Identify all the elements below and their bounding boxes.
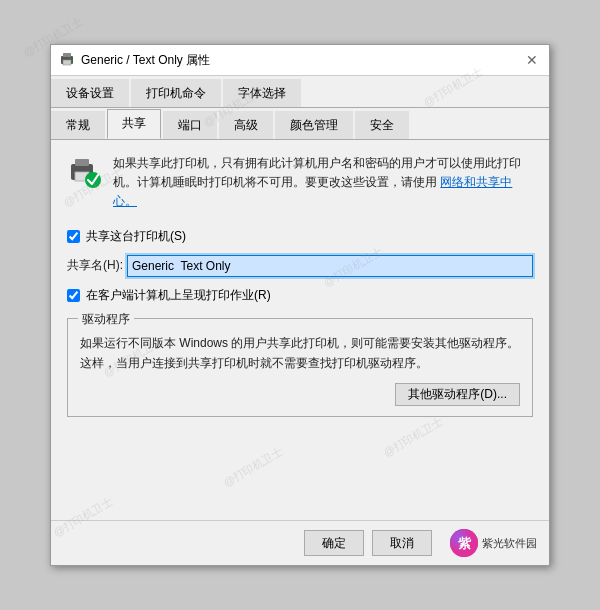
printer-share-icon: [67, 154, 103, 190]
brand-icon: 紫: [450, 529, 478, 557]
tab-print-command[interactable]: 打印机命令: [131, 79, 221, 107]
tab-advanced[interactable]: 高级: [219, 111, 273, 139]
driver-description: 如果运行不同版本 Windows 的用户共享此打印机，则可能需要安装其他驱动程序…: [80, 333, 520, 374]
driver-box-title: 驱动程序: [78, 311, 134, 328]
driver-box: 驱动程序 如果运行不同版本 Windows 的用户共享此打印机，则可能需要安装其…: [67, 318, 533, 418]
tab-row-1: 设备设置 打印机命令 字体选择: [51, 76, 549, 108]
share-printer-row: 共享这台打印机(S): [67, 228, 533, 245]
svg-rect-2: [63, 60, 71, 65]
title-bar: Generic / Text Only 属性 ✕: [51, 45, 549, 76]
svg-text:紫: 紫: [458, 536, 472, 551]
tab-row-2: 常规 共享 端口 高级 颜色管理 安全: [51, 108, 549, 140]
tab-color[interactable]: 颜色管理: [275, 111, 353, 139]
render-job-checkbox[interactable]: [67, 289, 80, 302]
tab-security[interactable]: 安全: [355, 111, 409, 139]
tab-general[interactable]: 常规: [51, 111, 105, 139]
driver-btn-row: 其他驱动程序(D)...: [80, 383, 520, 406]
dialog-window: Generic / Text Only 属性 ✕ 设备设置 打印机命令 字体选择…: [50, 44, 550, 566]
tab-share[interactable]: 共享: [107, 109, 161, 139]
tab-content: 如果共享此打印机，只有拥有此计算机用户名和密码的用户才可以使用此打印机。计算机睡…: [51, 140, 549, 520]
share-name-label: 共享名(H):: [67, 257, 119, 274]
share-printer-label[interactable]: 共享这台打印机(S): [86, 228, 186, 245]
window-title: Generic / Text Only 属性: [81, 52, 210, 69]
footer-bar: 确定 取消 紫 紫光软件园: [51, 520, 549, 565]
ok-button[interactable]: 确定: [304, 530, 364, 556]
share-name-row: 共享名(H):: [67, 255, 533, 277]
svg-point-3: [69, 58, 71, 60]
render-job-row: 在客户端计算机上呈现打印作业(R): [67, 287, 533, 304]
tab-device-settings[interactable]: 设备设置: [51, 79, 129, 107]
brand-name-text: 紫光软件园: [482, 536, 537, 550]
info-box: 如果共享此打印机，只有拥有此计算机用户名和密码的用户才可以使用此打印机。计算机睡…: [67, 154, 533, 212]
info-description: 如果共享此打印机，只有拥有此计算机用户名和密码的用户才可以使用此打印机。计算机睡…: [113, 154, 533, 212]
render-job-label[interactable]: 在客户端计算机上呈现打印作业(R): [86, 287, 271, 304]
title-bar-left: Generic / Text Only 属性: [59, 52, 210, 69]
share-name-input[interactable]: [127, 255, 533, 277]
tab-port[interactable]: 端口: [163, 111, 217, 139]
brand-logo: 紫 紫光软件园: [450, 529, 537, 557]
tab-font-select[interactable]: 字体选择: [223, 79, 301, 107]
share-printer-checkbox[interactable]: [67, 230, 80, 243]
printer-icon: [59, 52, 75, 68]
svg-rect-5: [75, 159, 89, 166]
other-drivers-button[interactable]: 其他驱动程序(D)...: [395, 383, 520, 406]
close-button[interactable]: ✕: [523, 51, 541, 69]
svg-rect-1: [63, 53, 71, 57]
cancel-button[interactable]: 取消: [372, 530, 432, 556]
